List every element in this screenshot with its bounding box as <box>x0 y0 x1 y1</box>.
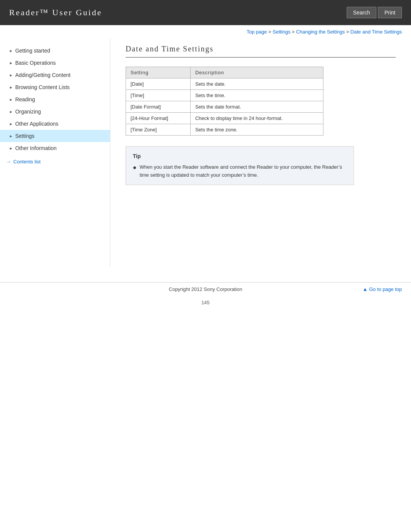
go-to-top-link[interactable]: ▲ Go to page top <box>363 286 402 292</box>
main-layout: ► Getting started ► Basic Operations ► A… <box>0 38 411 267</box>
page-title: Date and Time Settings <box>126 45 396 58</box>
table-row: [Time]Sets the time. <box>126 90 323 101</box>
sidebar-item-label: Adding/Getting Content <box>15 72 71 78</box>
sidebar-item-label: Getting started <box>15 48 50 54</box>
header-buttons: Search Print <box>347 7 402 18</box>
sidebar-item-browsing-content-lists[interactable]: ► Browsing Content Lists <box>0 81 110 93</box>
sidebar-item-label: Organizing <box>15 109 41 115</box>
arrow-right-icon: → <box>6 159 11 165</box>
table-header-setting: Setting <box>126 67 191 78</box>
sidebar-item-label: Other Applications <box>15 121 59 127</box>
sidebar-item-adding-getting-content[interactable]: ► Adding/Getting Content <box>0 69 110 81</box>
chevron-right-icon: ► <box>9 61 13 65</box>
table-cell-setting: [Date] <box>126 78 191 90</box>
sidebar-item-label: Browsing Content Lists <box>15 84 70 90</box>
sidebar-item-other-applications[interactable]: ► Other Applications <box>0 118 110 130</box>
table-cell-description: Check to display time in 24 hour-format. <box>190 113 323 124</box>
chevron-right-icon: ► <box>9 85 13 89</box>
sidebar-item-label: Basic Operations <box>15 60 56 66</box>
sidebar-item-label: Other Information <box>15 145 57 151</box>
chevron-right-icon: ► <box>9 134 13 138</box>
tip-text: When you start the Reader software and c… <box>140 163 347 179</box>
header: Reader™ User Guide Search Print <box>0 0 411 25</box>
chevron-right-icon: ► <box>9 146 13 150</box>
sidebar-item-settings[interactable]: ► Settings <box>0 130 110 142</box>
sidebar: ► Getting started ► Basic Operations ► A… <box>0 38 110 267</box>
chevron-right-icon: ► <box>9 122 13 126</box>
chevron-right-icon: ► <box>9 73 13 77</box>
chevron-right-icon: ► <box>9 110 13 114</box>
tip-box: Tip ● When you start the Reader software… <box>126 146 354 185</box>
sidebar-item-label: Settings <box>15 133 35 139</box>
chevron-right-icon: ► <box>9 49 13 53</box>
settings-table: Setting Description [Date]Sets the date.… <box>126 67 323 136</box>
sidebar-item-other-information[interactable]: ► Other Information <box>0 142 110 154</box>
table-cell-setting: [Date Format] <box>126 101 191 113</box>
bullet-icon: ● <box>133 163 137 179</box>
table-cell-description: Sets the date. <box>190 78 323 90</box>
table-cell-description: Sets the time zone. <box>190 124 323 136</box>
sidebar-item-basic-operations[interactable]: ► Basic Operations <box>0 57 110 69</box>
app-title: Reader™ User Guide <box>9 8 102 18</box>
footer-bar: Copyright 2012 Sony Corporation ▲ Go to … <box>0 282 411 296</box>
table-cell-description: Sets the date format. <box>190 101 323 113</box>
table-cell-setting: [24-Hour Format] <box>126 113 191 124</box>
go-to-top-label: Go to page top <box>369 286 402 292</box>
triangle-up-icon: ▲ <box>363 286 368 292</box>
contents-list-link[interactable]: Contents list <box>13 159 41 165</box>
breadcrumb-settings[interactable]: Settings <box>272 29 290 35</box>
table-cell-description: Sets the time. <box>190 90 323 101</box>
breadcrumb-top-page[interactable]: Top page <box>247 29 267 35</box>
page-number: 145 <box>0 296 411 312</box>
breadcrumb: Top page > Settings > Changing the Setti… <box>0 25 411 38</box>
table-header-description: Description <box>190 67 323 78</box>
table-row: [Date]Sets the date. <box>126 78 323 90</box>
table-row: [Date Format]Sets the date format. <box>126 101 323 113</box>
sidebar-item-reading[interactable]: ► Reading <box>0 93 110 105</box>
sidebar-item-getting-started[interactable]: ► Getting started <box>0 45 110 57</box>
contents-list-link-container: → Contents list <box>0 154 110 169</box>
print-button[interactable]: Print <box>378 7 402 18</box>
table-cell-setting: [Time] <box>126 90 191 101</box>
table-row: [Time Zone]Sets the time zone. <box>126 124 323 136</box>
sidebar-item-organizing[interactable]: ► Organizing <box>0 105 110 118</box>
tip-content: ● When you start the Reader software and… <box>133 163 347 179</box>
sidebar-item-label: Reading <box>15 96 35 102</box>
tip-label: Tip <box>133 152 347 160</box>
copyright-text: Copyright 2012 Sony Corporation <box>140 286 271 292</box>
search-button[interactable]: Search <box>347 7 376 18</box>
table-row: [24-Hour Format]Check to display time in… <box>126 113 323 124</box>
content-area: Date and Time Settings Setting Descripti… <box>110 38 411 267</box>
table-cell-setting: [Time Zone] <box>126 124 191 136</box>
breadcrumb-changing-settings[interactable]: Changing the Settings <box>296 29 345 35</box>
chevron-right-icon: ► <box>9 97 13 102</box>
breadcrumb-date-time[interactable]: Date and Time Settings <box>350 29 402 35</box>
